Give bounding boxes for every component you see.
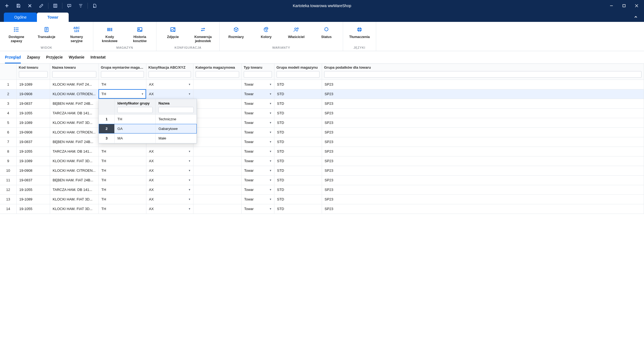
window-maximize-button[interactable] xyxy=(618,0,630,11)
cell-abc[interactable]: AX▾ xyxy=(146,175,193,185)
toolbar-columns-button[interactable] xyxy=(50,0,61,11)
ribbon-item-kody-kreskowe[interactable]: Kodykreskowe xyxy=(95,25,124,44)
column-header[interactable]: Kod towaru xyxy=(16,64,50,80)
cell-kod[interactable]: 19-1055 xyxy=(16,147,50,156)
column-header[interactable]: Typ towaru xyxy=(241,64,274,80)
cell-kod[interactable]: 19-1089 xyxy=(16,194,50,204)
lookup-column-header[interactable]: Identyfikator grupy xyxy=(115,99,156,114)
table-row[interactable]: 1319-1089KLOCKI HAM. FIAT 3D...THAX▾Towa… xyxy=(0,194,644,204)
cell-kat[interactable] xyxy=(193,99,241,108)
subtab-przyjęcie[interactable]: Przyjęcie xyxy=(46,55,63,63)
cell-mod[interactable]: STD xyxy=(274,80,322,89)
subtab-zapasy[interactable]: Zapasy xyxy=(27,55,40,63)
row-number[interactable]: 3 xyxy=(0,99,16,108)
cell-grw[interactable]: TH xyxy=(98,185,146,194)
subtab-przegląd[interactable]: Przegląd xyxy=(5,55,21,63)
cell-abc[interactable]: AX▾ xyxy=(146,166,193,175)
toolbar-close-button[interactable] xyxy=(24,0,36,11)
table-row[interactable]: 919-1089KLOCKI HAM. FIAT 3D...THAX▾Towar… xyxy=(0,156,644,166)
cell-naz[interactable]: BĘBEN HAM. FIAT 24B... xyxy=(50,175,98,185)
cell-naz[interactable]: KLOCKI HAM. CITROEN... xyxy=(50,89,98,99)
cell-mod[interactable]: STD xyxy=(274,127,322,137)
cell-kod[interactable]: 19-1055 xyxy=(16,108,50,118)
column-header[interactable]: Grupa wymiarów magaz... xyxy=(98,64,146,80)
column-header[interactable]: Grupa modeli magazynu xyxy=(274,64,322,80)
row-number[interactable]: 2 xyxy=(0,89,16,99)
table-row[interactable]: 1119-0837BĘBEN HAM. FIAT 24B...THAX▾Towa… xyxy=(0,175,644,185)
cell-mod[interactable]: STD xyxy=(274,204,322,214)
cell-pod[interactable]: SP23 xyxy=(322,118,644,127)
cell-kod[interactable]: 19-1055 xyxy=(16,185,50,194)
cell-kat[interactable] xyxy=(193,137,241,147)
cell-pod[interactable]: SP23 xyxy=(322,89,644,99)
cell-typ[interactable]: Towar▾ xyxy=(241,118,274,127)
cell-naz[interactable]: KLOCKI HAM. FIAT 3D... xyxy=(50,156,98,166)
column-header[interactable]: Kategoria magazynowa xyxy=(193,64,241,80)
cell-naz[interactable]: KLOCKI HAM. CITROEN... xyxy=(50,166,98,175)
row-number[interactable]: 13 xyxy=(0,194,16,204)
column-filter-input[interactable] xyxy=(52,71,96,78)
cell-grw[interactable]: TH xyxy=(98,194,146,204)
cell-grw[interactable]: TH xyxy=(98,166,146,175)
cell-pod[interactable]: SP23 xyxy=(322,194,644,204)
table-row[interactable]: 819-1055TARCZA HAM. DB 141...THAX▾Towar▾… xyxy=(0,147,644,156)
cell-mod[interactable]: STD xyxy=(274,99,322,108)
cell-grw[interactable]: TH▾ xyxy=(98,89,146,99)
cell-kod[interactable]: 19-0837 xyxy=(16,137,50,147)
cell-pod[interactable]: SP23 xyxy=(322,166,644,175)
toolbar-export-button[interactable] xyxy=(89,0,100,11)
cell-typ[interactable]: Towar▾ xyxy=(241,166,274,175)
column-filter-input[interactable] xyxy=(324,71,642,78)
ribbon-item-rozmiary[interactable]: Rozmiary xyxy=(222,25,250,44)
cell-kat[interactable] xyxy=(193,127,241,137)
column-header[interactable]: Grupa podatków dla towaru xyxy=(322,64,644,80)
cell-kod[interactable]: 19-0837 xyxy=(16,175,50,185)
lookup-row[interactable]: 3MAMałe xyxy=(99,133,197,143)
ribbon-item-kolory[interactable]: Kolory xyxy=(252,25,280,44)
cell-pod[interactable]: SP23 xyxy=(322,204,644,214)
subtab-intrastat[interactable]: Intrastat xyxy=(91,55,106,63)
table-row[interactable]: 519-1089KLOCKI HAM. FIAT 3D...▾Towar▾STD… xyxy=(0,118,644,127)
lookup-row[interactable]: 2GAGabarytowe xyxy=(99,124,197,133)
cell-typ[interactable]: Towar▾ xyxy=(241,89,274,99)
cell-naz[interactable]: TARCZA HAM. DB 141... xyxy=(50,108,98,118)
toolbar-edit-button[interactable] xyxy=(36,0,47,11)
ribbon-item-zdjęcie[interactable]: Zdjęcie xyxy=(159,25,187,44)
cell-pod[interactable]: SP23 xyxy=(322,147,644,156)
cell-pod[interactable]: SP23 xyxy=(322,99,644,108)
cell-abc[interactable]: AX▾ xyxy=(146,80,193,89)
table-row[interactable]: 719-0837BĘBEN HAM. FIAT 24B...▾Towar▾STD… xyxy=(0,137,644,147)
cell-kat[interactable] xyxy=(193,185,241,194)
toolbar-comment-button[interactable] xyxy=(63,0,75,11)
cell-naz[interactable]: KLOCKI HAM. FIAT 3D... xyxy=(50,118,98,127)
cell-kat[interactable] xyxy=(193,156,241,166)
row-number[interactable]: 7 xyxy=(0,137,16,147)
window-minimize-button[interactable] xyxy=(605,0,618,11)
row-number[interactable]: 8 xyxy=(0,147,16,156)
ribbon-item-transakcje[interactable]: Transakcje xyxy=(32,25,61,44)
lookup-column-header[interactable]: Nazwa xyxy=(156,99,197,114)
ribbon-item-dostępne-zapasy[interactable]: Dostępnezapasy xyxy=(2,25,31,44)
cell-kat[interactable] xyxy=(193,166,241,175)
ribbon-item-tłumaczenia[interactable]: Tłumaczenia xyxy=(345,25,374,44)
toolbar-save-button[interactable] xyxy=(13,0,24,11)
table-row[interactable]: 119-1089KLOCKI HAM. FIAT 24...THAX▾Towar… xyxy=(0,80,644,89)
cell-pod[interactable]: SP23 xyxy=(322,137,644,147)
column-filter-input[interactable] xyxy=(101,71,144,78)
cell-pod[interactable]: SP23 xyxy=(322,185,644,194)
cell-kod[interactable]: 19-1089 xyxy=(16,156,50,166)
cell-typ[interactable]: Towar▾ xyxy=(241,127,274,137)
cell-kod[interactable]: 19-1089 xyxy=(16,80,50,89)
row-number[interactable]: 5 xyxy=(0,118,16,127)
column-filter-input[interactable] xyxy=(277,71,320,78)
cell-naz[interactable]: KLOCKI HAM. FIAT 24... xyxy=(50,80,98,89)
cell-typ[interactable]: Towar▾ xyxy=(241,137,274,147)
ribbon-item-numery-seryjne[interactable]: ABC123Numeryseryjne xyxy=(62,25,91,44)
cell-kat[interactable] xyxy=(193,118,241,127)
cell-typ[interactable]: Towar▾ xyxy=(241,185,274,194)
ribbon-item-właściciel[interactable]: Właściciel xyxy=(282,25,311,44)
cell-typ[interactable]: Towar▾ xyxy=(241,156,274,166)
cell-pod[interactable]: SP23 xyxy=(322,80,644,89)
toolbar-plus-button[interactable] xyxy=(1,0,13,11)
row-number[interactable]: 1 xyxy=(0,80,16,89)
